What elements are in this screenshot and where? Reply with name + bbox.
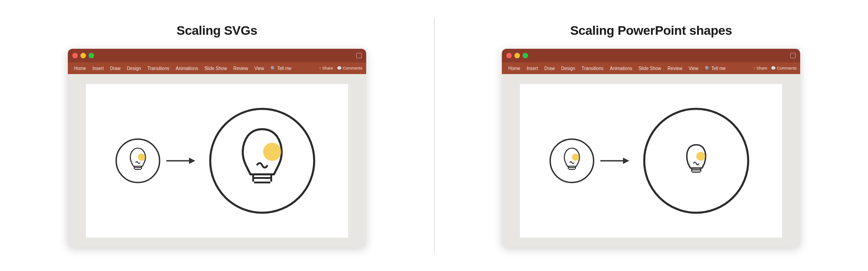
right-menu-transitions[interactable]: Transitions [579,65,606,72]
main-container: Scaling SVGs Home Insert Draw Design Tra… [0,0,868,271]
right-menu-design[interactable]: Design [558,65,578,72]
right-yellow-dot [514,53,520,58]
svg-point-0 [116,139,160,182]
svg-point-27 [696,152,705,161]
right-menu-tellme[interactable]: 🔍 Tell me [702,65,728,72]
left-ppt-content [68,74,366,248]
right-slide-area [520,84,782,238]
right-green-dot [523,53,528,58]
svg-point-13 [263,143,281,161]
left-menu-review[interactable]: Review [231,65,251,72]
left-panel: Scaling SVGs Home Insert Draw Design Tra… [0,0,434,271]
left-menu-view[interactable]: View [252,65,267,72]
right-titlebar-right [790,53,796,58]
right-ppt-content [502,74,800,248]
left-menu-slideshow[interactable]: Slide Show [202,65,230,72]
right-menu-home[interactable]: Home [505,65,523,72]
right-share-btn[interactable]: ↑ Share [753,66,767,70]
left-red-dot [72,53,78,58]
right-menu-review[interactable]: Review [665,65,685,72]
right-traffic-lights [506,53,528,58]
left-ppt-window: Home Insert Draw Design Transitions Anim… [68,49,366,248]
left-titlebar-right [356,53,362,58]
svg-point-22 [644,109,748,213]
left-share-btn[interactable]: ↑ Share [319,66,333,70]
svg-point-14 [550,139,594,182]
left-menu-draw[interactable]: Draw [107,65,123,72]
right-menubar-right: ↑ Share 💬 Comments [753,66,797,70]
right-menu-draw[interactable]: Draw [542,65,557,72]
right-panel-title: Scaling PowerPoint shapes [570,23,732,38]
left-comments-btn[interactable]: 💬 Comments [337,66,363,70]
right-menu-insert[interactable]: Insert [524,65,541,72]
left-menubar-right: ↑ Share 💬 Comments [319,66,363,70]
left-illustration [99,98,335,224]
right-menu-animations[interactable]: Animations [607,65,635,72]
left-menu-transitions[interactable]: Transitions [145,65,172,72]
right-red-dot [506,53,512,58]
right-comments-btn[interactable]: 💬 Comments [771,66,797,70]
right-panel: Scaling PowerPoint shapes Home Insert Dr… [434,0,868,271]
right-menu-view[interactable]: View [686,65,701,72]
left-menu-home[interactable]: Home [71,65,89,72]
right-illustration [533,98,769,224]
left-slide-area [86,84,348,238]
svg-point-19 [572,154,579,161]
svg-point-8 [210,109,314,213]
left-menu-animations[interactable]: Animations [173,65,200,72]
left-menu-insert[interactable]: Insert [90,65,106,72]
left-menu-tellme[interactable]: 🔍 Tell me [268,65,294,72]
right-menu-slideshow[interactable]: Slide Show [636,65,664,72]
left-panel-title: Scaling SVGs [177,23,257,38]
svg-marker-7 [189,158,195,164]
right-menubar: Home Insert Draw Design Transitions Anim… [502,62,800,74]
left-menubar: Home Insert Draw Design Transitions Anim… [68,62,366,74]
left-menu-design[interactable]: Design [124,65,144,72]
left-titlebar [68,49,366,62]
right-ppt-window: Home Insert Draw Design Transitions Anim… [502,49,800,248]
left-green-dot [89,53,94,58]
left-yellow-dot [80,53,86,58]
left-traffic-lights [72,53,94,58]
svg-marker-21 [623,158,629,164]
right-titlebar [502,49,800,62]
svg-point-5 [138,154,145,161]
